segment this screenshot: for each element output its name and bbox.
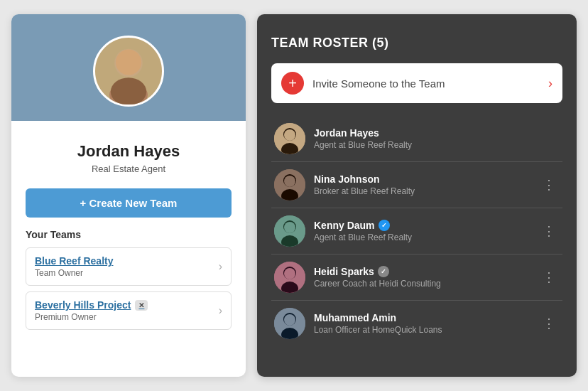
roster-avatar bbox=[274, 308, 305, 339]
svg-point-6 bbox=[284, 129, 295, 141]
roster-item[interactable]: Nina JohnsonBroker at Blue Reef Realty⋮ bbox=[271, 162, 562, 208]
roster-info: Muhammed AminLoan Officer at HomeQuick L… bbox=[314, 312, 538, 335]
profile-info: Jordan Hayes Real Estate Agent bbox=[11, 121, 246, 181]
team-item-beverly-hills[interactable]: Beverly Hills Project ✕ Premium Owner › bbox=[26, 291, 232, 330]
more-options-icon[interactable]: ⋮ bbox=[538, 177, 560, 193]
verified-badge-icon: ✓ bbox=[378, 266, 389, 277]
more-options-icon[interactable]: ⋮ bbox=[538, 223, 560, 239]
roster-item[interactable]: Muhammed AminLoan Officer at HomeQuick L… bbox=[271, 301, 562, 346]
roster-member-sub: Agent at Blue Reef Realty bbox=[314, 232, 538, 242]
svg-point-2 bbox=[116, 50, 141, 75]
roster-avatar bbox=[274, 123, 305, 154]
roster-list: Jordan HayesAgent at Blue Reef Realty Ni… bbox=[271, 116, 562, 346]
team-item-blue-reef[interactable]: Blue Reef Realty Team Owner › bbox=[26, 247, 232, 286]
avatar bbox=[93, 36, 164, 107]
your-teams-section: Your Teams Blue Reef Realty Team Owner ›… bbox=[11, 229, 246, 350]
premium-badge: ✕ bbox=[135, 300, 148, 311]
invite-chevron-icon: › bbox=[548, 76, 552, 91]
roster-avatar bbox=[274, 169, 305, 200]
invite-text: Invite Someone to the Team bbox=[312, 77, 548, 90]
chevron-right-icon-2: › bbox=[219, 304, 222, 317]
roster-member-name: Muhammed Amin bbox=[314, 312, 538, 323]
roster-avatar bbox=[274, 262, 305, 293]
profile-header bbox=[11, 14, 246, 121]
more-options-icon[interactable]: ⋮ bbox=[538, 316, 560, 331]
team-name-blue-reef: Blue Reef Realty bbox=[35, 255, 113, 267]
roster-title: TEAM ROSTER (5) bbox=[271, 36, 562, 50]
profile-title: Real Estate Agent bbox=[92, 164, 165, 174]
team-item-left: Blue Reef Realty Team Owner bbox=[35, 255, 113, 278]
roster-info: Jordan HayesAgent at Blue Reef Realty bbox=[314, 127, 560, 150]
roster-info: Kenny Daum✓Agent at Blue Reef Realty bbox=[314, 220, 538, 242]
roster-info: Heidi Sparks✓Career Coach at Heidi Consu… bbox=[314, 266, 538, 289]
roster-item[interactable]: Kenny Daum✓Agent at Blue Reef Realty⋮ bbox=[271, 208, 562, 255]
roster-member-sub: Loan Officer at HomeQuick Loans bbox=[314, 325, 538, 335]
chevron-right-icon: › bbox=[219, 260, 222, 273]
right-panel: TEAM ROSTER (5) + Invite Someone to the … bbox=[257, 14, 577, 377]
invite-row[interactable]: + Invite Someone to the Team › bbox=[271, 63, 562, 103]
team-item-left-2: Beverly Hills Project ✕ Premium Owner bbox=[35, 299, 148, 322]
roster-member-name: Jordan Hayes bbox=[314, 127, 560, 139]
roster-avatar bbox=[274, 215, 305, 247]
roster-member-sub: Agent at Blue Reef Realty bbox=[314, 140, 560, 150]
roster-item[interactable]: Jordan HayesAgent at Blue Reef Realty bbox=[271, 116, 562, 162]
roster-member-sub: Career Coach at Heidi Consulting bbox=[314, 279, 538, 289]
invite-plus-icon: + bbox=[281, 72, 304, 95]
roster-member-name: Heidi Sparks✓ bbox=[314, 266, 538, 277]
svg-point-3 bbox=[111, 77, 146, 105]
roster-info: Nina JohnsonBroker at Blue Reef Realty bbox=[314, 173, 538, 196]
roster-member-name: Nina Johnson bbox=[314, 173, 538, 185]
svg-point-18 bbox=[284, 268, 295, 279]
profile-name: Jordan Hayes bbox=[77, 142, 180, 161]
your-teams-label: Your Teams bbox=[26, 229, 232, 240]
roster-item[interactable]: Heidi Sparks✓Career Coach at Heidi Consu… bbox=[271, 255, 562, 301]
verified-badge-icon: ✓ bbox=[379, 220, 390, 231]
svg-point-22 bbox=[284, 314, 295, 326]
team-name-beverly-hills: Beverly Hills Project ✕ bbox=[35, 299, 148, 311]
more-options-icon[interactable]: ⋮ bbox=[538, 269, 560, 285]
left-card: Jordan Hayes Real Estate Agent + Create … bbox=[11, 14, 246, 377]
team-role-blue-reef: Team Owner bbox=[35, 268, 113, 278]
svg-point-10 bbox=[284, 176, 295, 187]
create-team-button[interactable]: + Create New Team bbox=[26, 188, 232, 218]
team-role-beverly-hills: Premium Owner bbox=[35, 312, 148, 322]
svg-point-14 bbox=[284, 222, 295, 233]
roster-member-name: Kenny Daum✓ bbox=[314, 220, 538, 231]
roster-member-sub: Broker at Blue Reef Realty bbox=[314, 186, 538, 196]
